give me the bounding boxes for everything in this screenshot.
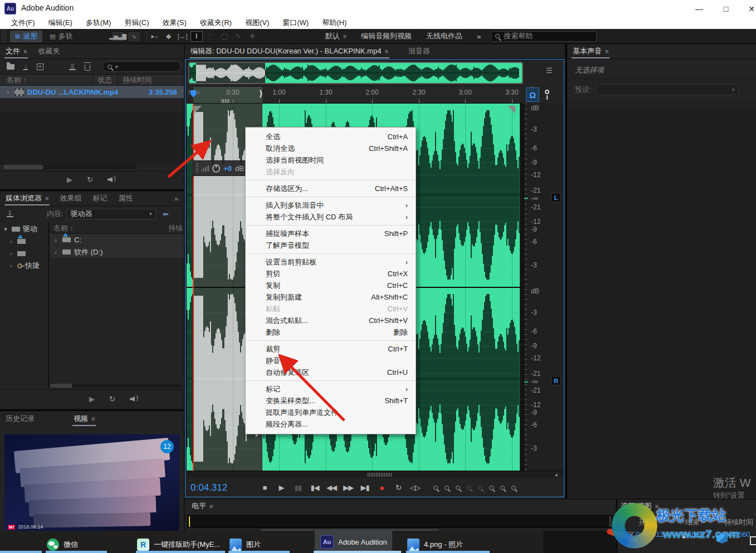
panel-menu-icon[interactable]: ≡ <box>23 48 27 55</box>
tree-item-1[interactable]: › <box>0 235 48 247</box>
expand-icon[interactable]: › <box>4 89 11 95</box>
overview-handle-icon[interactable]: ✦ <box>190 64 194 69</box>
preset-dropdown[interactable]: ▾ <box>596 84 739 95</box>
workspace-default[interactable]: 默认≡ <box>325 31 347 41</box>
hud-grip[interactable] <box>196 163 198 173</box>
context-menu-item-21[interactable]: 裁剪Ctrl+T <box>246 343 416 355</box>
help-search-input[interactable]: 搜索帮助 <box>491 31 597 42</box>
scrollbar-thumb[interactable] <box>3 165 43 169</box>
fast-forward-button[interactable]: ▶▶ <box>340 483 357 492</box>
menubar-item-7[interactable]: 窗口(W) <box>277 18 314 28</box>
ibeam-tool[interactable]: I <box>191 31 203 42</box>
media-scrollbar[interactable] <box>50 384 182 388</box>
panel-menu-icon[interactable]: ≡ <box>605 48 608 55</box>
snap-magnet-icon[interactable]: Ω <box>526 87 539 102</box>
record-button[interactable]: ● <box>373 483 390 492</box>
spectral-display-icon[interactable]: ∿ <box>128 31 141 42</box>
overview-handle-icon[interactable]: ✦ <box>190 77 194 82</box>
menubar-item-3[interactable]: 剪辑(C) <box>119 18 154 28</box>
stop-button[interactable]: ■ <box>256 483 273 492</box>
files-horizontal-scrollbar[interactable] <box>3 165 137 169</box>
marquee-tool[interactable]: ⬚ <box>204 31 217 42</box>
tray-partial-icon[interactable] <box>750 536 756 545</box>
tab-essential-sound[interactable]: 基本声音≡ <box>567 46 614 56</box>
gain-hud[interactable]: +0 dB <box>192 160 248 176</box>
file-row[interactable]: › DDU-DU ...LACKPINK.mp4 3:35.256 <box>0 86 184 98</box>
context-menu-item-13[interactable]: 设置当前剪贴板› <box>246 256 416 268</box>
import-file-icon[interactable]: ↓ <box>23 63 28 70</box>
editor-scroll-strip[interactable]: ▲ <box>187 471 563 478</box>
spectral-histogram-icon[interactable]: ▂▅▃▇ <box>111 31 125 42</box>
tree-item-0[interactable]: ▾驱动 <box>0 223 48 235</box>
zoom-out-horizontal-icon[interactable] <box>467 486 471 490</box>
context-menu-item-28[interactable]: 频段分离器... <box>246 418 416 430</box>
context-menu-item-15[interactable]: 复制Ctrl+C <box>246 280 416 291</box>
col-name[interactable]: 名称 ↑ <box>53 223 74 233</box>
context-menu-item-19[interactable]: 删除删除 <box>246 326 416 338</box>
gain-knob[interactable] <box>212 164 220 173</box>
tree-item-2[interactable]: › <box>0 247 48 260</box>
col-duration[interactable]: 持续 <box>168 223 183 233</box>
tray-3d-box-icon[interactable] <box>716 534 728 544</box>
tray-chevron-icon[interactable]: ⌃ <box>681 535 687 544</box>
zoom-in-horizontal-icon[interactable] <box>456 486 460 490</box>
drive-row-1[interactable]: ›软件 (D:) <box>50 246 184 258</box>
tab-media-browser[interactable]: 媒体浏览器≡ <box>0 193 54 203</box>
expand-icon[interactable]: › <box>52 237 59 243</box>
close-button[interactable]: ✕ <box>743 4 756 14</box>
zoom-in-point-icon[interactable] <box>489 486 494 490</box>
view-corner-handle[interactable] <box>508 106 515 114</box>
tab-editor[interactable]: 编辑器: DDU-DU DDU-DU(Korean Ver.) - BLACKP… <box>185 46 394 56</box>
files-search-input[interactable]: ▾ <box>103 61 181 72</box>
gain-value[interactable]: +0 <box>223 164 232 173</box>
back-arrow-icon[interactable]: ⬅ <box>163 210 169 218</box>
col-name[interactable]: 名称 ↑ <box>7 75 27 85</box>
context-menu-item-18[interactable]: 混合式粘贴...Ctrl+Shift+V <box>246 315 416 326</box>
col-status[interactable]: 状态 <box>97 75 112 85</box>
tab-mixer[interactable]: 混音器 <box>403 46 436 56</box>
context-menu-item-26[interactable]: 变换采样类型...Shift+T <box>246 395 416 407</box>
menubar-item-5[interactable]: 收藏夹(R) <box>194 18 237 28</box>
expand-icon[interactable]: › <box>8 250 14 257</box>
taskbar-app-3[interactable]: AuAdobe Audition <box>315 531 392 553</box>
context-menu-item-11[interactable]: 了解声音模型 <box>246 239 416 251</box>
media-import-icon[interactable]: ⇩ <box>7 211 13 217</box>
context-menu-item-0[interactable]: 全选Ctrl+A <box>246 131 416 143</box>
go-to-start-button[interactable]: ▮◀ <box>306 483 323 492</box>
multitrack-mode-button[interactable]: ▤多轨 <box>45 31 77 42</box>
loop-preview-icon[interactable]: ↻ <box>87 175 93 184</box>
open-file-icon[interactable] <box>7 64 14 70</box>
time-selection-tool[interactable]: ▸₊ <box>149 31 161 42</box>
col-duration[interactable]: 持续时间 <box>123 75 152 85</box>
selection-start-value[interactable]: 0:04.312 <box>636 530 664 539</box>
loop-preview-icon[interactable]: ↻ <box>109 395 115 403</box>
preview-volume-icon[interactable] <box>108 177 114 183</box>
panel-menu-icon[interactable]: ≡ <box>45 195 48 202</box>
context-menu-item-5[interactable]: 存储选区为...Ctrl+Alt+S <box>246 183 416 194</box>
preview-volume-icon[interactable] <box>130 396 136 402</box>
play-button[interactable]: ▶ <box>273 483 290 492</box>
menubar-item-2[interactable]: 多轨(M) <box>80 18 117 28</box>
tab-files[interactable]: 文件≡ <box>0 46 32 56</box>
panel-menu-icon[interactable]: ≡ <box>91 415 95 422</box>
tab-markers[interactable]: 标记 <box>87 193 113 203</box>
lasso-tool[interactable]: ◯ <box>218 31 231 42</box>
drive-row-0[interactable]: ›C: <box>50 234 184 246</box>
menubar-item-6[interactable]: 视图(V) <box>240 18 275 28</box>
context-menu-item-1[interactable]: 取消全选Ctrl+Shift+A <box>246 143 416 154</box>
editor-list-icon[interactable]: ☰ <box>546 66 553 75</box>
expand-icon[interactable]: › <box>8 262 14 269</box>
delete-icon[interactable] <box>85 65 90 71</box>
zoom-in-vertical-icon[interactable] <box>433 486 438 490</box>
workspace-radio[interactable]: 无线电作品 <box>426 31 462 41</box>
left-channel-badge[interactable]: L <box>551 193 561 202</box>
panel-menu-icon[interactable]: ≡ <box>655 503 659 510</box>
workspace-edit-audio-video[interactable]: 编辑音频到视频 <box>361 31 412 41</box>
zoom-out-point-icon[interactable] <box>500 486 505 490</box>
context-menu-item-14[interactable]: 剪切Ctrl+X <box>246 268 416 280</box>
context-menu-item-16[interactable]: 复制到新建Alt+Shift+C <box>246 291 416 303</box>
scroll-handle[interactable] <box>368 473 392 477</box>
menubar-item-4[interactable]: 效果(S) <box>157 18 192 28</box>
rewind-button[interactable]: ◀◀ <box>323 483 340 492</box>
skip-selection-button[interactable]: ◁▷ <box>407 483 423 492</box>
